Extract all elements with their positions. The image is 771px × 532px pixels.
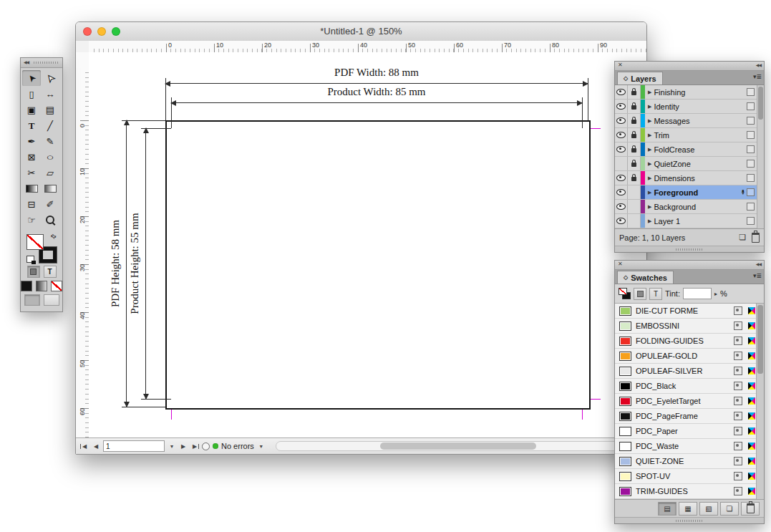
- lock-toggle[interactable]: [628, 157, 641, 170]
- swatch-row[interactable]: PDC_Waste: [615, 439, 757, 454]
- show-color-swatches-button[interactable]: ▦: [679, 502, 697, 516]
- zoom-tool[interactable]: [41, 212, 59, 228]
- layer-name[interactable]: Dimensions: [654, 174, 747, 183]
- swatch-row[interactable]: PDC_PageFrame: [615, 409, 757, 424]
- visibility-toggle[interactable]: [615, 85, 628, 99]
- page-dropdown-button[interactable]: ▾: [168, 443, 176, 450]
- disclosure-icon[interactable]: ▶: [648, 175, 651, 181]
- gradient-feather-tool[interactable]: [41, 180, 59, 196]
- lock-toggle[interactable]: [628, 185, 641, 199]
- page-number-field[interactable]: [103, 440, 165, 452]
- direct-selection-tool[interactable]: ➤: [41, 70, 59, 86]
- page-tool[interactable]: ▯: [22, 86, 41, 102]
- swatch-row[interactable]: SPOT-UV: [615, 469, 757, 484]
- close-panel-icon[interactable]: ✕: [618, 261, 623, 267]
- apply-color-button[interactable]: [21, 281, 32, 291]
- layer-name[interactable]: QuietZone: [654, 160, 747, 168]
- show-all-swatches-button[interactable]: ▤: [658, 502, 677, 516]
- pen-tool[interactable]: ✒: [22, 133, 41, 149]
- delete-layer-button[interactable]: [752, 233, 760, 243]
- gradient-swatch-tool[interactable]: [22, 180, 41, 196]
- rectangle-frame-tool[interactable]: ⊠: [22, 149, 41, 165]
- tab-layers[interactable]: ◇ Layers: [617, 72, 663, 84]
- layer-select-box[interactable]: [747, 88, 755, 96]
- hand-tool[interactable]: ☞: [22, 212, 41, 228]
- swatch-row[interactable]: OPULEAF-GOLD: [615, 349, 757, 364]
- disclosure-icon[interactable]: ▶: [648, 147, 651, 153]
- layer-name[interactable]: Background: [654, 203, 747, 211]
- visibility-toggle[interactable]: [615, 214, 628, 228]
- layer-row-layer1[interactable]: ▶ Layer 1: [615, 214, 757, 228]
- collapse-panel-icon[interactable]: ◀◀: [756, 62, 761, 67]
- note-tool[interactable]: ⊟: [22, 196, 41, 212]
- tools-panel-header[interactable]: ◀◀: [21, 58, 62, 68]
- swatch-row[interactable]: PDC_EyeletTarget: [615, 394, 757, 409]
- type-tool[interactable]: T: [22, 117, 41, 133]
- layer-row-trim[interactable]: ▶ Trim: [615, 128, 757, 142]
- layer-name[interactable]: Trim: [654, 131, 747, 140]
- swatch-row[interactable]: PDC_Black: [615, 379, 757, 394]
- next-page-button[interactable]: ▶: [179, 443, 188, 450]
- formatting-affects-container-button[interactable]: [634, 288, 646, 300]
- panel-resize-grip[interactable]: [615, 246, 764, 252]
- close-panel-icon[interactable]: ✕: [618, 62, 623, 68]
- new-swatch-button[interactable]: ❏: [720, 502, 739, 516]
- disclosure-icon[interactable]: ▶: [648, 218, 651, 224]
- delete-swatch-button[interactable]: [741, 502, 760, 516]
- normal-view-button[interactable]: [24, 294, 40, 306]
- layer-select-box[interactable]: [747, 217, 755, 225]
- lock-toggle[interactable]: [628, 128, 641, 142]
- layer-row-quietzone[interactable]: ▶ QuietZone: [615, 157, 757, 171]
- layer-row-identity[interactable]: ▶ Identity: [615, 100, 757, 114]
- preflight-icon[interactable]: [202, 442, 210, 450]
- tab-swatches[interactable]: ◇ Swatches: [617, 271, 674, 284]
- visibility-toggle[interactable]: [615, 128, 628, 142]
- disclosure-icon[interactable]: ▶: [648, 118, 651, 124]
- layer-name[interactable]: Messages: [654, 117, 747, 125]
- swatch-row[interactable]: EMBOSSINI: [615, 319, 757, 334]
- swatch-row[interactable]: QUIET-ZONE: [615, 454, 757, 469]
- swatches-panel-chrome[interactable]: ✕ ◀◀: [615, 261, 764, 270]
- default-fill-stroke-icon[interactable]: [26, 256, 34, 263]
- swatch-row[interactable]: DIE-CUT FORME: [615, 304, 757, 319]
- collapse-panel-icon[interactable]: ◀◀: [24, 59, 29, 64]
- layer-name[interactable]: FoldCrease: [654, 145, 747, 154]
- pencil-tool[interactable]: ✎: [41, 133, 59, 149]
- preflight-status-text[interactable]: No errors: [221, 442, 254, 450]
- layer-row-messages[interactable]: ▶ Messages: [615, 114, 757, 128]
- content-collector-tool[interactable]: ▣: [22, 102, 41, 117]
- layers-scrollbar[interactable]: [757, 85, 764, 228]
- visibility-toggle[interactable]: [615, 200, 628, 213]
- page-frame[interactable]: [165, 120, 591, 410]
- lock-toggle[interactable]: [628, 214, 641, 228]
- layer-row-foldcrease[interactable]: ▶ FoldCrease: [615, 142, 757, 157]
- selection-tool[interactable]: ➤: [22, 70, 41, 86]
- swatch-row[interactable]: OPULEAF-SILVER: [615, 364, 757, 379]
- layer-select-box[interactable]: [747, 174, 755, 182]
- swatches-scrollbar-thumb[interactable]: [757, 305, 763, 374]
- gap-tool[interactable]: ↔: [41, 86, 59, 102]
- lock-toggle[interactable]: [628, 200, 641, 213]
- panel-menu-icon[interactable]: ▾≣: [753, 73, 762, 80]
- line-tool[interactable]: ╱: [41, 117, 59, 133]
- layer-name[interactable]: Foreground: [654, 188, 739, 197]
- lock-toggle[interactable]: [628, 171, 641, 185]
- disclosure-icon[interactable]: ▶: [648, 104, 651, 110]
- layer-select-box[interactable]: [747, 188, 755, 196]
- free-transform-tool[interactable]: ▱: [41, 165, 59, 180]
- layer-select-box[interactable]: [747, 131, 755, 139]
- collapse-panel-icon[interactable]: ◀◀: [756, 261, 761, 266]
- panel-menu-icon[interactable]: ▾≣: [753, 272, 762, 279]
- formatting-affects-text-button[interactable]: T: [44, 266, 57, 278]
- eyedropper-tool[interactable]: ✐: [41, 196, 59, 212]
- apply-gradient-button[interactable]: [36, 281, 47, 291]
- swatches-scrollbar[interactable]: [756, 304, 764, 499]
- lock-toggle[interactable]: [628, 114, 641, 127]
- ruler-origin[interactable]: [76, 41, 89, 53]
- visibility-toggle[interactable]: [615, 142, 628, 156]
- formatting-affects-text-button[interactable]: T: [649, 288, 662, 300]
- layer-name[interactable]: Identity: [654, 102, 747, 111]
- layers-scrollbar-thumb[interactable]: [758, 87, 763, 120]
- content-placer-tool[interactable]: ▤: [41, 102, 59, 117]
- disclosure-icon[interactable]: ▶: [648, 90, 651, 95]
